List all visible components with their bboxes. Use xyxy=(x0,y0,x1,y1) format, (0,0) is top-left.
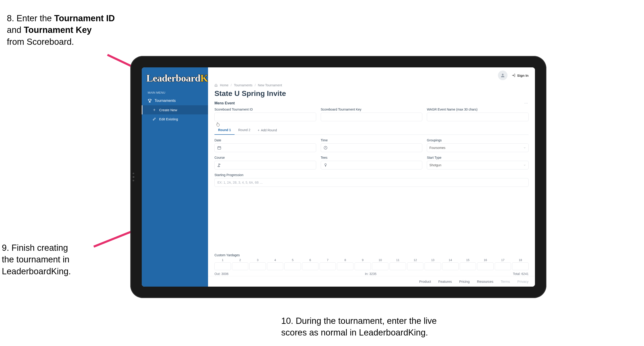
footer-features[interactable]: Features xyxy=(438,280,452,284)
nav-create-label: Create New xyxy=(159,108,177,112)
golf-tee-icon xyxy=(323,163,328,167)
input-time[interactable] xyxy=(321,143,422,152)
hole-number: 5 xyxy=(292,258,294,262)
menu-section-label: MAIN MENU xyxy=(142,89,208,96)
avatar[interactable] xyxy=(498,70,508,80)
input-scoreboard-id[interactable] xyxy=(214,113,316,121)
hole-yardage-input[interactable] xyxy=(302,262,318,270)
hole-yardage-input[interactable] xyxy=(320,262,336,270)
label-progression: Starting Progression xyxy=(214,173,528,177)
hole-col: 18 xyxy=(512,258,528,270)
hole-yardage-input[interactable] xyxy=(460,262,476,270)
hole-yardage-input[interactable] xyxy=(442,262,458,270)
user-icon xyxy=(500,73,505,78)
footer-links: Product Features Pricing Resources Terms… xyxy=(208,276,535,287)
hole-yardage-input[interactable] xyxy=(512,262,528,270)
label-course: Course xyxy=(214,156,316,159)
breadcrumb-sep: / xyxy=(231,83,232,87)
page-title: State U Spring Invite xyxy=(208,89,535,101)
hole-yardage-input[interactable] xyxy=(407,262,424,270)
app-root: LeaderboardKing MAIN MENU Tournaments Cr… xyxy=(142,67,535,287)
label-groupings: Groupings xyxy=(427,138,528,142)
hole-number: 16 xyxy=(484,258,487,262)
breadcrumb-sep: / xyxy=(255,83,256,87)
footer-terms[interactable]: Terms xyxy=(501,280,510,284)
hole-number: 11 xyxy=(396,258,400,262)
breadcrumb-home[interactable]: Home xyxy=(220,83,228,87)
input-wagr[interactable] xyxy=(427,113,528,121)
sign-in-label: Sign In xyxy=(517,73,528,77)
input-date[interactable] xyxy=(214,143,316,152)
step8-bold-2: Tournament Key xyxy=(24,25,92,35)
hole-col: 10 xyxy=(372,258,388,270)
input-course[interactable] xyxy=(214,161,316,169)
hole-yardage-input[interactable] xyxy=(214,262,231,270)
section-menu-button[interactable]: ⋯ xyxy=(524,101,528,105)
add-round-button[interactable]: + Add Round xyxy=(254,126,280,134)
hole-number: 3 xyxy=(257,258,258,262)
sign-in-button[interactable]: Sign In xyxy=(512,73,528,77)
nav-edit-existing[interactable]: Edit Existing xyxy=(142,114,208,124)
input-scoreboard-key[interactable] xyxy=(321,113,422,121)
tab-round-2[interactable]: Round 2 xyxy=(234,126,254,134)
chevron-down-icon xyxy=(523,164,526,166)
hole-yardage-input[interactable] xyxy=(250,262,266,270)
hole-yardage-input[interactable] xyxy=(495,262,511,270)
chevron-down-icon xyxy=(523,146,526,149)
hole-col: 14 xyxy=(442,258,458,270)
hole-col: 2 xyxy=(232,258,248,270)
hole-col: 4 xyxy=(267,258,284,270)
footer-product[interactable]: Product xyxy=(419,280,431,284)
label-scoreboard-key: Scoreboard Tournament Key xyxy=(321,108,422,111)
tablet-screen: LeaderboardKing MAIN MENU Tournaments Cr… xyxy=(142,67,535,287)
tab-round-1[interactable]: Round 1 xyxy=(214,126,234,134)
hole-yardage-input[interactable] xyxy=(390,262,406,270)
select-groupings[interactable]: Foursomes xyxy=(427,143,528,152)
breadcrumb-tournaments[interactable]: Tournaments xyxy=(234,83,252,87)
label-wagr: WAGR Event Name (max 30 chars) xyxy=(427,108,528,111)
hole-yardage-input[interactable] xyxy=(372,262,388,270)
input-progression[interactable]: EX: 1, 2A, 2B, 3, 4, 5, 6A, 6B … xyxy=(214,178,528,187)
nav-create-new[interactable]: Create New xyxy=(142,105,208,114)
step10-line1: 10. During the tournament, enter the liv… xyxy=(281,315,487,327)
footer-privacy[interactable]: Privacy xyxy=(517,280,528,284)
footer-resources[interactable]: Resources xyxy=(477,280,493,284)
hole-col: 13 xyxy=(424,258,441,270)
input-tees[interactable] xyxy=(321,161,422,169)
nav-tournaments[interactable]: Tournaments xyxy=(142,96,208,105)
edit-icon xyxy=(152,117,156,121)
select-start-type[interactable]: Shotgun xyxy=(427,161,528,169)
sidebar: LeaderboardKing MAIN MENU Tournaments Cr… xyxy=(142,67,208,287)
yardage-out: Out: 3006 xyxy=(214,272,228,276)
step9-line3: LeaderboardKing. xyxy=(2,266,93,277)
custom-yardages: Custom Yardages 123456789101112131415161… xyxy=(214,253,528,276)
label-time: Time xyxy=(321,138,422,142)
hole-number: 4 xyxy=(274,258,276,262)
step9-line1: 9. Finish creating xyxy=(2,242,93,254)
label-date: Date xyxy=(214,138,316,142)
hole-yardage-input[interactable] xyxy=(284,262,301,270)
hole-number: 7 xyxy=(327,258,328,262)
footer-pricing[interactable]: Pricing xyxy=(459,280,470,284)
hole-yardage-input[interactable] xyxy=(232,262,248,270)
hole-yardage-input[interactable] xyxy=(354,262,371,270)
hole-number: 9 xyxy=(362,258,364,262)
round-tabs: Round 1 Round 2 + Add Round xyxy=(214,126,528,135)
form-area: Scoreboard Tournament ID Scoreboard Tour… xyxy=(208,108,535,276)
hole-yardage-input[interactable] xyxy=(267,262,284,270)
hole-col: 5 xyxy=(284,258,301,270)
hole-col: 12 xyxy=(407,258,424,270)
hole-col: 7 xyxy=(320,258,336,270)
hole-number: 13 xyxy=(431,258,434,262)
hole-col: 9 xyxy=(354,258,371,270)
tablet-camera-dots xyxy=(132,173,134,181)
golf-flag-icon xyxy=(217,163,222,167)
step8-text-2: and xyxy=(7,25,24,35)
home-icon xyxy=(214,84,218,87)
hole-col: 6 xyxy=(302,258,318,270)
yardage-total: Total: 6241 xyxy=(513,272,528,276)
hole-yardage-input[interactable] xyxy=(424,262,441,270)
hole-yardage-input[interactable] xyxy=(477,262,494,270)
hole-yardage-input[interactable] xyxy=(337,262,354,270)
section-header: Mens Event ⋯ xyxy=(208,101,535,108)
